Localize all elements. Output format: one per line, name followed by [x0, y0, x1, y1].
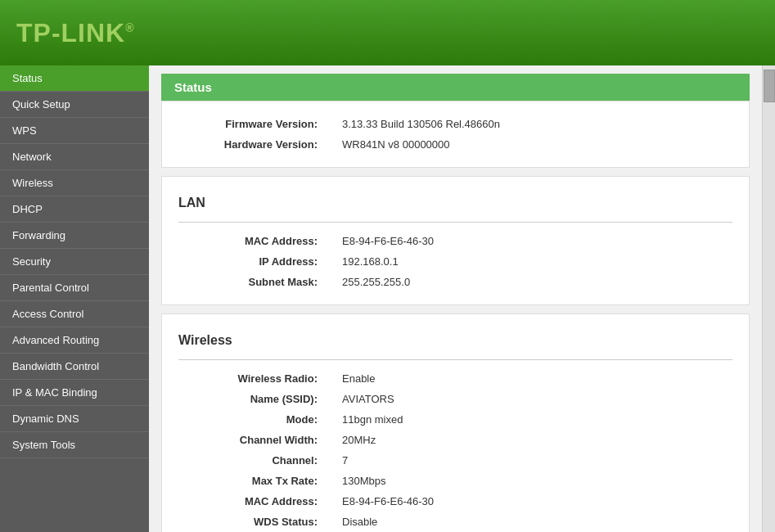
wireless-mode-label: Mode:: [178, 409, 326, 430]
lan-ip-label: IP Address:: [178, 251, 326, 272]
wireless-heading: Wireless: [178, 327, 732, 351]
sidebar-item-dynamic-dns[interactable]: Dynamic DNS: [0, 406, 149, 432]
wireless-section: Wireless Wireless Radio: Enable Name (SS…: [161, 313, 750, 532]
wireless-channel-width-value: 20MHz: [326, 430, 732, 450]
sidebar-item-advanced-routing[interactable]: Advanced Routing: [0, 327, 149, 354]
sidebar-item-system-tools[interactable]: System Tools: [0, 432, 149, 458]
wireless-ssid-label: Name (SSID):: [178, 389, 326, 409]
wireless-mode-value: 11bgn mixed: [326, 409, 732, 430]
sidebar: StatusQuick SetupWPSNetworkWirelessDHCPF…: [0, 65, 149, 532]
sidebar-item-dhcp[interactable]: DHCP: [0, 196, 149, 223]
hardware-value: WR841N v8 00000000: [326, 134, 732, 155]
logo: TP-LINK®: [16, 18, 135, 48]
wireless-channel-row: Channel: 7: [178, 450, 732, 471]
wireless-radio-value: Enable: [326, 368, 732, 389]
wireless-channel-width-row: Channel Width: 20MHz: [178, 430, 732, 450]
wireless-table: Wireless Radio: Enable Name (SSID): AVIA…: [178, 368, 732, 532]
scrollbar-thumb[interactable]: [764, 70, 775, 102]
wireless-ssid-row: Name (SSID): AVIATORS: [178, 389, 732, 409]
wireless-ssid-value: AVIATORS: [326, 389, 732, 409]
layout: StatusQuick SetupWPSNetworkWirelessDHCPF…: [0, 65, 775, 532]
lan-heading: LAN: [178, 189, 732, 214]
sidebar-item-bandwidth-control[interactable]: Bandwidth Control: [0, 354, 149, 380]
firmware-row: Firmware Version: 3.13.33 Build 130506 R…: [178, 114, 732, 134]
wireless-wds-row: WDS Status: Disable: [178, 512, 732, 532]
scrollbar[interactable]: [762, 65, 775, 532]
hardware-label: Hardware Version:: [178, 134, 326, 155]
lan-mac-row: MAC Address: E8-94-F6-E6-46-30: [178, 231, 732, 251]
lan-section: LAN MAC Address: E8-94-F6-E6-46-30 IP Ad…: [161, 176, 750, 305]
page-title: Status: [161, 74, 750, 101]
logo-text: TP-LINK: [16, 18, 125, 47]
lan-subnet-label: Subnet Mask:: [178, 272, 326, 292]
lan-ip-value: 192.168.0.1: [326, 251, 732, 272]
sidebar-item-quick-setup[interactable]: Quick Setup: [0, 92, 149, 118]
sidebar-item-security[interactable]: Security: [0, 249, 149, 275]
firmware-section: Firmware Version: 3.13.33 Build 130506 R…: [161, 101, 750, 168]
wireless-wds-value: Disable: [326, 512, 732, 532]
hardware-row: Hardware Version: WR841N v8 00000000: [178, 134, 732, 155]
sidebar-item-parental-control[interactable]: Parental Control: [0, 275, 149, 301]
sidebar-item-status[interactable]: Status: [0, 65, 149, 92]
firmware-table: Firmware Version: 3.13.33 Build 130506 R…: [178, 114, 732, 155]
wireless-max-tx-value: 130Mbps: [326, 471, 732, 491]
wireless-max-tx-label: Max Tx Rate:: [178, 471, 326, 491]
sidebar-item-access-control[interactable]: Access Control: [0, 301, 149, 327]
lan-mac-value: E8-94-F6-E6-46-30: [326, 231, 732, 251]
firmware-value: 3.13.33 Build 130506 Rel.48660n: [326, 114, 732, 134]
sidebar-item-network[interactable]: Network: [0, 144, 149, 170]
wireless-mode-row: Mode: 11bgn mixed: [178, 409, 732, 430]
lan-subnet-value: 255.255.255.0: [326, 272, 732, 292]
wireless-max-tx-row: Max Tx Rate: 130Mbps: [178, 471, 732, 491]
sidebar-item-ip-mac-binding[interactable]: IP & MAC Binding: [0, 380, 149, 406]
wireless-channel-label: Channel:: [178, 450, 326, 471]
wireless-mac-row: MAC Address: E8-94-F6-E6-46-30: [178, 491, 732, 512]
sidebar-item-wps[interactable]: WPS: [0, 118, 149, 144]
wireless-channel-value: 7: [326, 450, 732, 471]
wireless-mac-label: MAC Address:: [178, 491, 326, 512]
main-content: Status Firmware Version: 3.13.33 Build 1…: [149, 65, 762, 532]
logo-symbol: ®: [125, 21, 134, 34]
wireless-mac-value: E8-94-F6-E6-46-30: [326, 491, 732, 512]
wireless-wds-label: WDS Status:: [178, 512, 326, 532]
wireless-channel-width-label: Channel Width:: [178, 430, 326, 450]
wireless-divider: [178, 359, 732, 360]
lan-table: MAC Address: E8-94-F6-E6-46-30 IP Addres…: [178, 231, 732, 292]
lan-mac-label: MAC Address:: [178, 231, 326, 251]
lan-ip-row: IP Address: 192.168.0.1: [178, 251, 732, 272]
lan-divider: [178, 222, 732, 223]
wireless-radio-label: Wireless Radio:: [178, 368, 326, 389]
sidebar-item-forwarding[interactable]: Forwarding: [0, 223, 149, 249]
sidebar-item-wireless[interactable]: Wireless: [0, 170, 149, 196]
lan-subnet-row: Subnet Mask: 255.255.255.0: [178, 272, 732, 292]
wireless-radio-row: Wireless Radio: Enable: [178, 368, 732, 389]
header: TP-LINK®: [0, 0, 775, 65]
firmware-label: Firmware Version:: [178, 114, 326, 134]
